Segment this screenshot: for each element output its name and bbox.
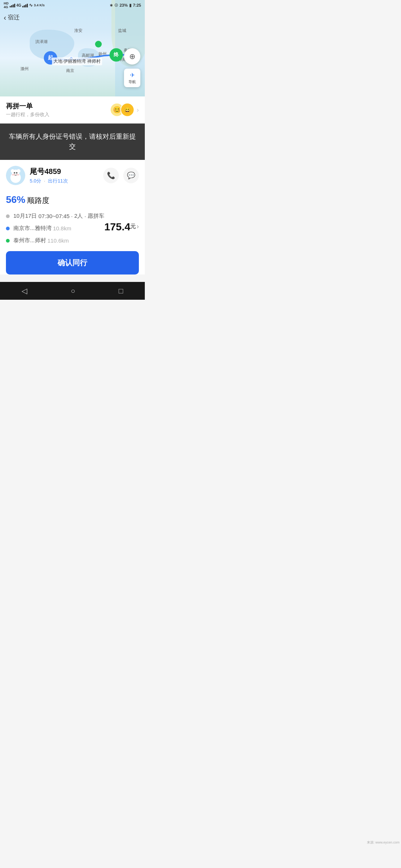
network-label: HD4G [4,1,9,9]
passenger-rating: 5.0分 [30,178,41,184]
trip-time-range: 07:30~07:45 [39,213,70,219]
confirm-button-label: 确认同行 [58,259,87,267]
back-label: 宿迁 [8,14,20,22]
passenger-name: 尾号4859 [30,167,103,177]
trip-price-row: 10月17日 07:30~07:45 · 2人 · 愿拼车 南京市...雅特湾 … [0,208,145,247]
nav-back-icon[interactable]: ◁ [22,286,27,295]
wifi-icon: ∿ [29,3,33,8]
trip-date: 10月17日 [13,213,37,220]
location-icon: ⊕ [129,52,136,61]
svg-point-3 [11,169,14,173]
trip-banner-title: 再拼一单 [6,102,49,111]
svg-point-8 [16,174,19,175]
origin-dot [6,227,10,230]
date-dot [6,214,10,218]
passenger-row: 尾号4859 5.0分 · 出行11次 📞 💬 [0,160,145,188]
location-button[interactable]: ⊕ [124,48,140,65]
route-percent-section: 56% 顺路度 [0,188,145,208]
battery-icon: ▮ [129,3,131,8]
trip-banner[interactable]: 再拼一单 一趟行程，多份收入 😊 😄 › [0,96,145,124]
price-value: 175.4 [104,221,130,233]
trip-passengers: 2人 [74,213,83,220]
nav-arrow-icon: ✈ [130,72,135,79]
trip-count-label: 出行 [48,178,58,184]
confirm-button[interactable]: 确认同行 [6,251,139,274]
nav-label: 导航 [128,79,136,85]
trip-dest-row: 泰州市...师村 110.6km [6,234,104,247]
route-percent-value: 56% [6,194,25,205]
back-arrow-icon: ‹ [4,13,6,22]
price-display: 175.4 元 › [104,221,139,236]
svg-point-7 [12,174,15,175]
trip-dest: 泰州市...师村 [13,237,46,244]
trip-banner-subtitle: 一趟行程，多份收入 [6,111,49,118]
price-unit: 元 [130,223,136,230]
svg-point-4 [17,169,20,173]
navigation-button[interactable]: ✈ 导航 [124,69,140,87]
price-chevron-icon: › [137,223,139,230]
card-panel: 再拼一单 一趟行程，多份收入 😊 😄 › 车辆所有人身份证号错误，请核对后重新提… [0,96,145,274]
route-description: 大地·伊丽雅特湾 禅师村 [52,57,102,65]
route-percent-label: 顺路度 [27,196,49,204]
gps-icon: ☉ [114,3,118,8]
signal-bars-1 [10,3,15,7]
trip-count: 11 [58,178,63,184]
phone-icon: 📞 [107,171,115,180]
passenger-stats: 5.0分 · 出行11次 [30,178,103,184]
speed-label: 3.4 K/s [34,3,45,7]
trip-banner-avatars: 😊 😄 › [110,103,139,117]
trip-origin-row: 南京市...雅特湾 10.8km [6,222,104,234]
end-marker: 终 [110,48,123,62]
toast-overlay: 车辆所有人身份证号错误，请核对后重新提交 [0,124,145,160]
trip-banner-content: 再拼一单 一趟行程，多份收入 [6,102,49,118]
passenger-info: 尾号4859 5.0分 · 出行11次 [30,167,103,184]
message-button[interactable]: 💬 [123,168,139,183]
chat-icon: 💬 [127,171,135,180]
dest-dot [6,239,10,243]
avatar-svg [6,166,25,185]
bottom-nav: ◁ ○ □ [0,282,145,300]
trip-origin-dist: 10.8km [53,225,71,231]
svg-point-5 [14,172,15,174]
nav-recents-icon[interactable]: □ [118,287,123,295]
signal-bars-2 [22,3,28,7]
passenger-avatar [6,166,25,185]
toast-message: 车辆所有人身份证号错误，请核对后重新提交 [9,132,136,152]
route-svg [0,0,145,96]
network-2: 4G [16,3,21,7]
trip-suffix: 次 [63,178,68,184]
nav-home-icon[interactable]: ○ [71,287,75,295]
action-icons: 📞 💬 [103,168,139,183]
avatar-2: 😄 [120,103,134,117]
trip-carpool: 愿拼车 [88,213,104,220]
trip-date-row: 10月17日 07:30~07:45 · 2人 · 愿拼车 [6,210,104,222]
status-right: ∗ ☉ 23% ▮ 7:25 [110,3,141,8]
call-button[interactable]: 📞 [103,168,119,183]
time-label: 7:25 [133,3,141,7]
status-bar: HD4G 4G ∿ 3.4 K/s ∗ ☉ 23% ▮ 7:25 [0,0,145,10]
trip-dest-dist: 110.6km [48,237,69,244]
status-left: HD4G 4G ∿ 3.4 K/s [4,1,45,9]
svg-point-6 [16,172,17,174]
banner-chevron-icon: › [137,106,139,114]
bluetooth-icon: ∗ [110,3,113,8]
map-area[interactable]: 淮安 盐城 洪泽湖 高邮湖 扬州 泰州 滁州 南京 禅师村 南通 起 终 大地·… [0,0,145,96]
trip-origin: 南京市...雅特湾 [13,225,52,232]
route-waypoint [95,41,102,47]
trip-details-list: 10月17日 07:30~07:45 · 2人 · 愿拼车 南京市...雅特湾 … [6,210,104,247]
battery-label: 23% [120,3,128,7]
back-button[interactable]: ‹ 宿迁 [4,13,20,22]
